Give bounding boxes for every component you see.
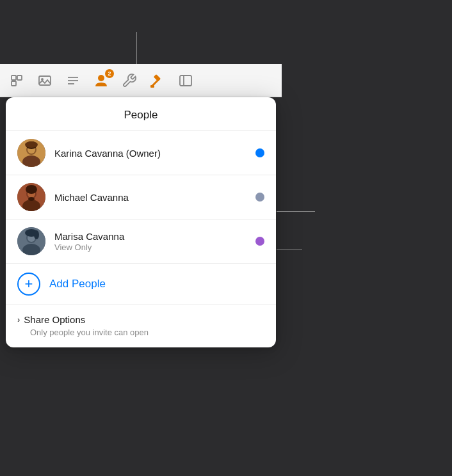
person-info-karina: Karina Cavanna (Owner) [54, 148, 246, 159]
share-options-title: Share Options [24, 314, 85, 325]
wrench-icon[interactable] [120, 72, 138, 90]
photos-icon[interactable] [36, 72, 54, 90]
people-icon[interactable]: 2 [92, 72, 110, 90]
svg-point-31 [34, 230, 39, 239]
sidebar-icon[interactable] [177, 72, 195, 90]
person-info-michael: Michael Cavanna [54, 192, 246, 203]
person-name-marisa: Marisa Cavanna [54, 231, 246, 242]
person-row[interactable]: Karina Cavanna (Owner) [6, 131, 276, 175]
annotation-line-2 [277, 250, 302, 250]
people-badge: 2 [105, 69, 114, 78]
svg-rect-0 [12, 75, 16, 80]
person-row[interactable]: Michael Cavanna [6, 175, 276, 219]
person-role-marisa: View Only [54, 242, 246, 252]
gavel-icon[interactable] [149, 72, 166, 90]
avatar-marisa [17, 227, 45, 255]
svg-point-8 [98, 75, 104, 81]
svg-point-25 [28, 197, 35, 201]
share-options-subtitle: Only people you invite can open [17, 328, 264, 337]
toolbar: 2 [0, 64, 282, 97]
svg-rect-11 [150, 85, 154, 88]
person-dot-marisa [255, 237, 264, 246]
person-dot-karina [255, 148, 264, 157]
people-popup: People Karina Cavanna (Owner) [6, 97, 276, 347]
pointer-line [136, 32, 137, 67]
svg-point-19 [25, 141, 38, 148]
add-people-label: Add People [49, 278, 106, 290]
svg-rect-2 [17, 75, 22, 80]
svg-point-24 [26, 185, 37, 194]
chevron-right-icon: › [17, 315, 20, 324]
person-row[interactable]: Marisa Cavanna View Only [6, 219, 276, 264]
person-name-karina: Karina Cavanna (Owner) [54, 148, 246, 159]
share-options-row[interactable]: › Share Options Only people you invite c… [6, 305, 276, 347]
annotation-line-1 [277, 211, 315, 212]
avatar-karina [17, 139, 45, 167]
person-name-michael: Michael Cavanna [54, 192, 246, 203]
svg-rect-12 [180, 75, 191, 86]
add-people-row[interactable]: + Add People [6, 264, 276, 305]
avatar-michael [17, 183, 45, 211]
people-list: Karina Cavanna (Owner) Michael Cavanna [6, 131, 276, 264]
stickers-icon[interactable] [8, 72, 26, 90]
popup-title: People [6, 97, 276, 131]
text-icon[interactable] [64, 72, 82, 90]
svg-rect-1 [12, 81, 16, 86]
person-dot-michael [255, 193, 264, 202]
add-people-icon: + [17, 273, 40, 296]
share-options-header: › Share Options [17, 314, 264, 325]
person-info-marisa: Marisa Cavanna View Only [54, 231, 246, 252]
